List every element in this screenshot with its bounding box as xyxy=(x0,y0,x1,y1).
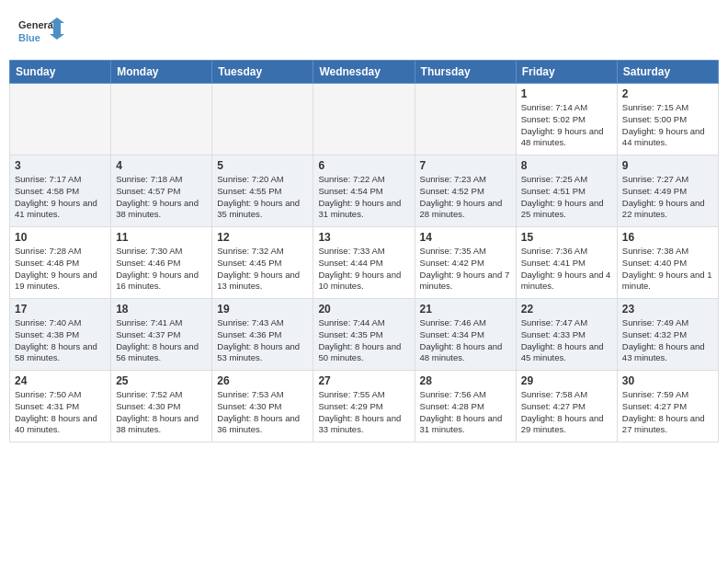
day-number: 28 xyxy=(420,374,511,387)
day-number: 29 xyxy=(521,374,612,387)
day-number: 19 xyxy=(217,303,308,316)
day-info: Sunrise: 7:40 AM Sunset: 4:38 PM Dayligh… xyxy=(15,317,106,364)
header-monday: Monday xyxy=(111,61,212,84)
sunset: Sunset: 5:00 PM xyxy=(622,114,687,124)
sunrise: Sunrise: 7:28 AM xyxy=(15,246,81,256)
daylight: Daylight: 8 hours and 36 minutes. xyxy=(217,413,300,435)
sunset: Sunset: 4:52 PM xyxy=(420,186,484,196)
daylight: Daylight: 8 hours and 29 minutes. xyxy=(521,413,604,435)
day-number: 27 xyxy=(318,374,409,387)
day-number: 26 xyxy=(217,374,308,387)
daylight: Daylight: 9 hours and 10 minutes. xyxy=(318,270,401,292)
logo-svg: General Blue xyxy=(18,14,64,52)
day-info: Sunrise: 7:50 AM Sunset: 4:31 PM Dayligh… xyxy=(15,389,106,436)
day-info: Sunrise: 7:14 AM Sunset: 5:02 PM Dayligh… xyxy=(521,102,612,149)
sunrise: Sunrise: 7:49 AM xyxy=(622,317,688,327)
header-friday: Friday xyxy=(516,61,617,84)
sunrise: Sunrise: 7:58 AM xyxy=(521,389,587,399)
sunset: Sunset: 4:33 PM xyxy=(521,329,586,339)
sunrise: Sunrise: 7:18 AM xyxy=(116,174,182,184)
daylight: Daylight: 8 hours and 33 minutes. xyxy=(318,413,401,435)
day-info: Sunrise: 7:33 AM Sunset: 4:44 PM Dayligh… xyxy=(318,246,409,293)
sunrise: Sunrise: 7:41 AM xyxy=(116,317,182,327)
calendar-cell xyxy=(415,84,516,155)
day-info: Sunrise: 7:44 AM Sunset: 4:35 PM Dayligh… xyxy=(318,317,409,364)
day-number: 22 xyxy=(521,303,612,316)
day-number: 25 xyxy=(116,374,207,387)
day-number: 30 xyxy=(622,374,713,387)
daylight: Daylight: 9 hours and 38 minutes. xyxy=(116,198,199,220)
daylight: Daylight: 9 hours and 44 minutes. xyxy=(622,126,705,148)
day-number: 15 xyxy=(521,231,612,244)
calendar-body: 1 Sunrise: 7:14 AM Sunset: 5:02 PM Dayli… xyxy=(10,84,719,442)
sunset: Sunset: 4:41 PM xyxy=(521,258,586,268)
calendar-cell xyxy=(111,84,212,155)
sunrise: Sunrise: 7:50 AM xyxy=(15,389,81,399)
calendar-cell: 19 Sunrise: 7:43 AM Sunset: 4:36 PM Dayl… xyxy=(212,299,313,371)
daylight: Daylight: 8 hours and 58 minutes. xyxy=(15,341,97,363)
day-number: 6 xyxy=(318,159,409,172)
calendar-cell: 6 Sunrise: 7:22 AM Sunset: 4:54 PM Dayli… xyxy=(313,155,415,227)
calendar-cell: 24 Sunrise: 7:50 AM Sunset: 4:31 PM Dayl… xyxy=(10,371,111,442)
calendar: Sunday Monday Tuesday Wednesday Thursday… xyxy=(9,60,719,442)
sunrise: Sunrise: 7:25 AM xyxy=(521,174,587,184)
daylight: Daylight: 8 hours and 53 minutes. xyxy=(217,341,300,363)
calendar-cell xyxy=(313,84,415,155)
calendar-cell: 14 Sunrise: 7:35 AM Sunset: 4:42 PM Dayl… xyxy=(415,227,516,299)
day-number: 4 xyxy=(116,159,207,172)
calendar-cell: 9 Sunrise: 7:27 AM Sunset: 4:49 PM Dayli… xyxy=(617,155,718,227)
daylight: Daylight: 8 hours and 43 minutes. xyxy=(622,341,705,363)
calendar-cell: 20 Sunrise: 7:44 AM Sunset: 4:35 PM Dayl… xyxy=(313,299,415,371)
day-number: 3 xyxy=(15,159,106,172)
day-info: Sunrise: 7:32 AM Sunset: 4:45 PM Dayligh… xyxy=(217,246,308,293)
sunrise: Sunrise: 7:38 AM xyxy=(622,246,688,256)
sunrise: Sunrise: 7:23 AM xyxy=(420,174,486,184)
day-number: 23 xyxy=(622,303,713,316)
sunset: Sunset: 4:29 PM xyxy=(318,401,382,411)
sunset: Sunset: 4:44 PM xyxy=(318,258,382,268)
calendar-cell: 28 Sunrise: 7:56 AM Sunset: 4:28 PM Dayl… xyxy=(415,371,516,442)
day-number: 1 xyxy=(521,87,612,100)
day-info: Sunrise: 7:28 AM Sunset: 4:48 PM Dayligh… xyxy=(15,246,106,293)
calendar-cell: 13 Sunrise: 7:33 AM Sunset: 4:44 PM Dayl… xyxy=(313,227,415,299)
sunrise: Sunrise: 7:14 AM xyxy=(521,102,587,112)
daylight: Daylight: 9 hours and 16 minutes. xyxy=(116,270,199,292)
day-number: 17 xyxy=(15,303,106,316)
daylight: Daylight: 9 hours and 28 minutes. xyxy=(420,198,503,220)
calendar-cell: 21 Sunrise: 7:46 AM Sunset: 4:34 PM Dayl… xyxy=(415,299,516,371)
calendar-cell: 23 Sunrise: 7:49 AM Sunset: 4:32 PM Dayl… xyxy=(617,299,718,371)
day-number: 9 xyxy=(622,159,713,172)
svg-text:General: General xyxy=(18,19,56,30)
daylight: Daylight: 9 hours and 13 minutes. xyxy=(217,270,300,292)
day-info: Sunrise: 7:46 AM Sunset: 4:34 PM Dayligh… xyxy=(420,317,511,364)
sunrise: Sunrise: 7:53 AM xyxy=(217,389,283,399)
daylight: Daylight: 9 hours and 4 minutes. xyxy=(521,270,611,292)
calendar-cell: 27 Sunrise: 7:55 AM Sunset: 4:29 PM Dayl… xyxy=(313,371,415,442)
calendar-cell: 3 Sunrise: 7:17 AM Sunset: 4:58 PM Dayli… xyxy=(10,155,111,227)
sunrise: Sunrise: 7:15 AM xyxy=(622,102,688,112)
daylight: Daylight: 9 hours and 19 minutes. xyxy=(15,270,97,292)
calendar-cell: 16 Sunrise: 7:38 AM Sunset: 4:40 PM Dayl… xyxy=(617,227,718,299)
sunset: Sunset: 4:34 PM xyxy=(420,329,484,339)
daylight: Daylight: 8 hours and 38 minutes. xyxy=(116,413,199,435)
day-info: Sunrise: 7:56 AM Sunset: 4:28 PM Dayligh… xyxy=(420,389,511,436)
sunset: Sunset: 4:40 PM xyxy=(622,258,687,268)
sunset: Sunset: 4:30 PM xyxy=(116,401,180,411)
day-number: 11 xyxy=(116,231,207,244)
day-number: 13 xyxy=(318,231,409,244)
daylight: Daylight: 8 hours and 45 minutes. xyxy=(521,341,604,363)
svg-text:Blue: Blue xyxy=(18,32,40,43)
sunrise: Sunrise: 7:35 AM xyxy=(420,246,486,256)
calendar-cell: 4 Sunrise: 7:18 AM Sunset: 4:57 PM Dayli… xyxy=(111,155,212,227)
calendar-cell: 1 Sunrise: 7:14 AM Sunset: 5:02 PM Dayli… xyxy=(516,84,617,155)
day-info: Sunrise: 7:35 AM Sunset: 4:42 PM Dayligh… xyxy=(420,246,511,293)
day-number: 24 xyxy=(15,374,106,387)
sunrise: Sunrise: 7:30 AM xyxy=(116,246,182,256)
header: General Blue xyxy=(0,0,728,60)
sunset: Sunset: 4:30 PM xyxy=(217,401,281,411)
calendar-cell xyxy=(10,84,111,155)
daylight: Daylight: 8 hours and 56 minutes. xyxy=(116,341,199,363)
sunset: Sunset: 4:48 PM xyxy=(15,258,79,268)
day-info: Sunrise: 7:41 AM Sunset: 4:37 PM Dayligh… xyxy=(116,317,207,364)
sunrise: Sunrise: 7:52 AM xyxy=(116,389,182,399)
